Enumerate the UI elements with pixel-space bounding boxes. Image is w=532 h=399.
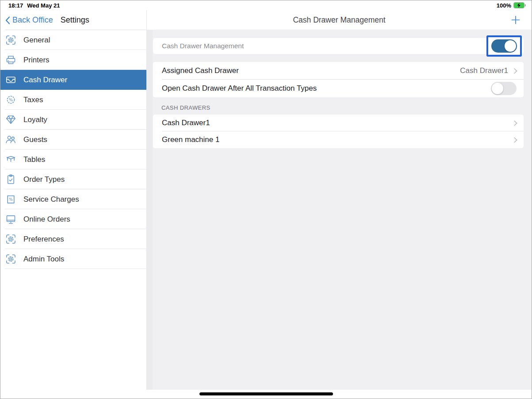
- sidebar-item-preferences[interactable]: Preferences: [0, 229, 146, 249]
- battery-charging-icon: [513, 2, 526, 8]
- status-time: 18:17: [8, 2, 23, 9]
- gear-frame-icon: [5, 233, 17, 245]
- sidebar-item-general[interactable]: General: [0, 30, 146, 50]
- sidebar-item-label: Cash Drawer: [23, 76, 67, 84]
- sidebar-item-online-orders[interactable]: Online Orders: [0, 209, 146, 229]
- battery-percent: 100%: [497, 2, 511, 9]
- gear-frame-icon: [5, 253, 17, 265]
- table-icon: [5, 153, 17, 165]
- sidebar-item-taxes[interactable]: % Taxes: [0, 90, 146, 110]
- back-office-label: Back Office: [12, 15, 53, 25]
- sidebar-item-guests[interactable]: Guests: [0, 130, 146, 150]
- monitor-icon: [5, 213, 17, 225]
- bottom-bar: [0, 390, 532, 399]
- status-date: Wed May 21: [27, 2, 60, 9]
- sidebar-header: Back Office Settings: [0, 10, 146, 30]
- chevron-right-icon: [512, 120, 517, 126]
- cash-drawers-section-header: CASH DRAWERS: [161, 104, 211, 111]
- chevron-right-icon: [512, 137, 517, 143]
- sidebar-item-label: General: [23, 36, 50, 45]
- diamond-icon: [5, 114, 17, 126]
- sidebar-item-label: Guests: [23, 135, 47, 144]
- gear-frame-icon: [5, 34, 17, 46]
- svg-text:%: %: [9, 197, 13, 202]
- chevron-right-icon: [512, 68, 517, 74]
- toggle-knob: [492, 83, 503, 94]
- drawer-name: Cash Drawer1: [162, 119, 210, 127]
- cash-drawer-management-label: Cash Drawer Management: [162, 42, 244, 50]
- tax-percent-seal-icon: %: [5, 94, 17, 106]
- sidebar-item-tables[interactable]: Tables: [0, 150, 146, 169]
- sidebar-item-printers[interactable]: Printers: [0, 50, 146, 70]
- svg-text:%: %: [9, 97, 13, 102]
- sidebar-item-label: Printers: [23, 56, 50, 65]
- sidebar-item-service-charges[interactable]: % Service Charges: [0, 189, 146, 209]
- back-office-button[interactable]: Back Office: [5, 15, 53, 25]
- sidebar-item-loyalty[interactable]: Loyalty: [0, 110, 146, 130]
- sidebar-item-cash-drawer[interactable]: Cash Drawer: [0, 70, 146, 90]
- sidebar-item-admin-tools[interactable]: Admin Tools: [0, 249, 146, 269]
- sidebar-item-label: Loyalty: [23, 115, 47, 124]
- clipboard-check-icon: [5, 173, 17, 185]
- sidebar-item-label: Admin Tools: [23, 255, 64, 264]
- drawer-settings-card: Assigned Cash Drawer Cash Drawer1 Open C…: [153, 62, 524, 97]
- list-item-cash-drawer1[interactable]: Cash Drawer1: [153, 115, 524, 131]
- sidebar-title: Settings: [61, 15, 89, 25]
- cash-drawers-list-card: Cash Drawer1 Green machine 1: [153, 115, 524, 148]
- sidebar-item-label: Order Types: [23, 175, 65, 184]
- cash-drawer-management-toggle[interactable]: [491, 39, 517, 53]
- home-indicator[interactable]: [199, 392, 333, 395]
- detail-pane: Cash Drawer Management Cash Drawer Manag…: [147, 10, 532, 399]
- assigned-cash-drawer-row[interactable]: Assigned Cash Drawer Cash Drawer1: [153, 62, 524, 80]
- chevron-left-icon: [5, 16, 10, 25]
- app-screen: 18:17 Wed May 21 100% Back Office Se: [0, 0, 532, 399]
- sidebar-item-label: Preferences: [23, 235, 64, 244]
- sidebar-item-label: Taxes: [23, 96, 43, 104]
- cash-drawer-management-card: Cash Drawer Management: [153, 38, 524, 54]
- list-item-green-machine-1[interactable]: Green machine 1: [153, 131, 524, 148]
- settings-content: Cash Drawer Management Assigned Cash Dra…: [153, 30, 532, 390]
- people-icon: [5, 134, 17, 146]
- open-after-transactions-toggle[interactable]: [491, 82, 517, 95]
- receipt-percent-icon: %: [5, 193, 17, 205]
- cash-drawer-icon: [5, 74, 17, 86]
- detail-header: Cash Drawer Management: [147, 10, 532, 30]
- open-after-transactions-row: Open Cash Drawer After All Transaction T…: [153, 80, 524, 97]
- sidebar-item-label: Online Orders: [23, 215, 70, 224]
- drawer-name: Green machine 1: [162, 135, 219, 144]
- status-bar: 18:17 Wed May 21 100%: [0, 0, 532, 10]
- settings-sidebar: Back Office Settings General Printers: [0, 10, 147, 399]
- add-cash-drawer-button[interactable]: [510, 15, 521, 25]
- page-title: Cash Drawer Management: [293, 15, 385, 25]
- open-after-transactions-label: Open Cash Drawer After All Transaction T…: [162, 84, 317, 93]
- sidebar-item-order-types[interactable]: Order Types: [0, 169, 146, 189]
- assigned-cash-drawer-label: Assigned Cash Drawer: [162, 66, 239, 75]
- printer-icon: [5, 54, 17, 66]
- sidebar-item-label: Service Charges: [23, 195, 79, 204]
- assigned-cash-drawer-value: Cash Drawer1: [460, 66, 508, 75]
- toggle-knob: [505, 40, 516, 52]
- sidebar-item-label: Tables: [23, 155, 45, 164]
